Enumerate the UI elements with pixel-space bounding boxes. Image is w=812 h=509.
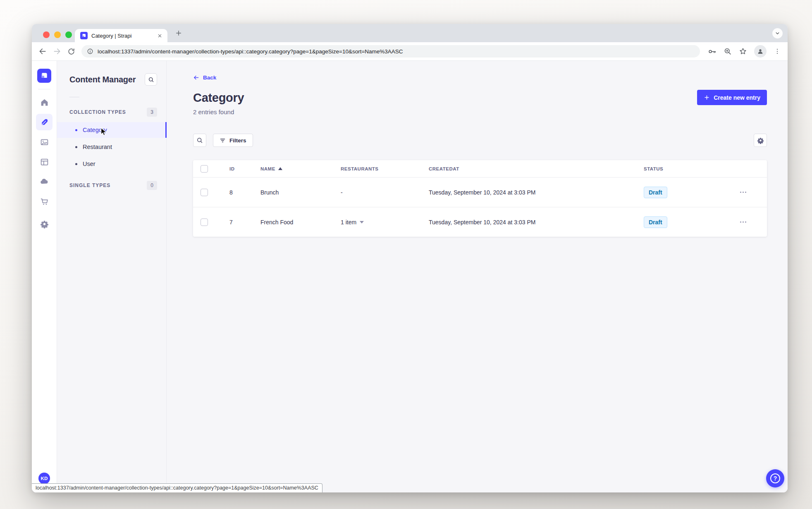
tab-close-button[interactable] [156, 32, 163, 39]
table-header-row: ID NAME RESTAURANTS CREATEDAT STATUS [193, 160, 767, 177]
sidebar-search-button[interactable] [145, 73, 157, 86]
single-types-count-badge: 0 [147, 181, 157, 190]
column-header-createdat: CREATEDAT [429, 166, 644, 171]
table-row[interactable]: 7 French Food 1 item Tuesday, September … [193, 207, 767, 237]
back-link[interactable]: Back [193, 74, 216, 81]
nav-settings-gear-icon[interactable] [36, 216, 53, 232]
tab-search-button[interactable] [772, 28, 783, 38]
row-checkbox[interactable] [201, 189, 208, 196]
row-actions-button[interactable] [726, 192, 759, 193]
site-info-icon[interactable] [87, 48, 93, 55]
search-icon [196, 137, 203, 144]
content-manager-sidebar: Content Manager COLLECTION TYPES 3 Categ… [57, 61, 167, 492]
nav-content-type-builder-icon[interactable] [36, 154, 53, 170]
question-mark-icon: ? [770, 473, 780, 483]
nav-home-icon[interactable] [36, 94, 53, 110]
cell-id: 7 [229, 219, 260, 226]
rail-divider [38, 89, 50, 89]
minimize-window-button[interactable] [54, 31, 61, 38]
gear-icon [757, 137, 764, 144]
back-label: Back [203, 74, 216, 81]
column-header-id[interactable]: ID [229, 166, 260, 171]
bullet-icon [75, 129, 77, 131]
bookmark-star-icon[interactable] [739, 47, 747, 55]
cell-restaurants[interactable]: 1 item [341, 219, 429, 226]
browser-menu-kebab-icon[interactable] [774, 48, 781, 55]
url-text: localhost:1337/admin/content-manager/col… [98, 48, 403, 55]
url-bar[interactable]: localhost:1337/admin/content-manager/col… [81, 45, 700, 58]
sidebar-item-label: User [83, 161, 96, 167]
row-checkbox[interactable] [201, 218, 208, 226]
reload-button[interactable] [67, 48, 75, 55]
view-settings-button[interactable] [754, 134, 767, 147]
new-tab-button[interactable] [175, 29, 182, 37]
nav-marketplace-cart-icon[interactable] [36, 193, 53, 210]
column-header-status: STATUS [644, 166, 726, 171]
table-row[interactable]: 8 Brunch - Tuesday, September 10, 2024 a… [193, 177, 767, 207]
column-header-name[interactable]: NAME [260, 166, 341, 171]
entries-table: ID NAME RESTAURANTS CREATEDAT STATUS 8 B… [193, 160, 767, 237]
create-new-entry-button[interactable]: Create new entry [697, 90, 767, 105]
column-header-restaurants: RESTAURANTS [341, 166, 429, 171]
collection-types-label: COLLECTION TYPES [69, 109, 126, 115]
main-content: Back Category 2 entries found Create new… [167, 61, 788, 492]
sidebar-title: Content Manager [69, 75, 136, 84]
user-avatar[interactable]: KD [38, 473, 50, 484]
search-entries-button[interactable] [193, 134, 206, 147]
nav-content-manager-icon[interactable] [36, 114, 53, 130]
filters-button[interactable]: Filters [213, 134, 253, 147]
help-button[interactable]: ? [766, 469, 784, 487]
cell-name: Brunch [260, 189, 341, 196]
browser-profile-avatar[interactable] [754, 45, 767, 58]
sidebar-item-user[interactable]: User [57, 156, 166, 172]
zoom-search-icon[interactable] [724, 47, 732, 55]
strapi-favicon-icon [80, 32, 88, 39]
chevron-down-icon [360, 221, 364, 223]
bullet-icon [75, 146, 77, 148]
cell-restaurants: - [341, 189, 429, 196]
filter-icon [220, 137, 226, 144]
back-button[interactable] [38, 47, 47, 55]
toolbar-actions [706, 45, 781, 58]
plus-icon [704, 94, 710, 101]
strapi-admin: KD Content Manager COLLECTION TYPES 3 Ca… [32, 61, 788, 492]
tab-strip: Category | Strapi [32, 24, 788, 42]
sort-ascending-icon [278, 167, 282, 170]
sidebar-item-label: Category [83, 127, 107, 133]
cell-createdat: Tuesday, September 10, 2024 at 3:03 PM [429, 189, 644, 196]
sidebar-item-restaurant[interactable]: Restaurant [57, 139, 166, 155]
main-nav-rail: KD [32, 61, 57, 492]
traffic-lights [43, 31, 72, 38]
collection-types-count-badge: 3 [147, 108, 157, 117]
sidebar-item-label: Restaurant [83, 144, 112, 150]
password-key-icon[interactable] [708, 47, 716, 56]
link-status-bar: localhost:1337/admin/content-manager/col… [32, 483, 322, 492]
select-all-checkbox[interactable] [201, 165, 208, 173]
browser-window: Category | Strapi localhost:1337/admin/c… [32, 24, 788, 492]
bullet-icon [75, 163, 77, 165]
tab-title: Category | Strapi [91, 33, 156, 39]
strapi-logo[interactable] [37, 69, 51, 83]
cell-name: French Food [260, 219, 341, 226]
close-window-button[interactable] [43, 31, 50, 38]
zoom-window-button[interactable] [65, 31, 72, 38]
cell-createdat: Tuesday, September 10, 2024 at 3:03 PM [429, 219, 644, 226]
status-badge: Draft [644, 187, 667, 198]
entries-count: 2 entries found [193, 108, 244, 115]
sidebar-divider [69, 97, 79, 97]
page-title: Category [193, 91, 244, 105]
single-types-label: SINGLE TYPES [69, 182, 110, 188]
status-badge: Draft [644, 216, 667, 228]
forward-button[interactable] [53, 47, 61, 55]
row-actions-button[interactable] [726, 221, 759, 223]
sidebar-item-category[interactable]: Category [57, 122, 166, 138]
browser-toolbar: localhost:1337/admin/content-manager/col… [32, 42, 788, 61]
nav-media-library-icon[interactable] [36, 134, 53, 150]
nav-deploy-cloud-icon[interactable] [36, 173, 53, 190]
cell-id: 8 [229, 189, 260, 196]
browser-tab[interactable]: Category | Strapi [75, 29, 167, 42]
